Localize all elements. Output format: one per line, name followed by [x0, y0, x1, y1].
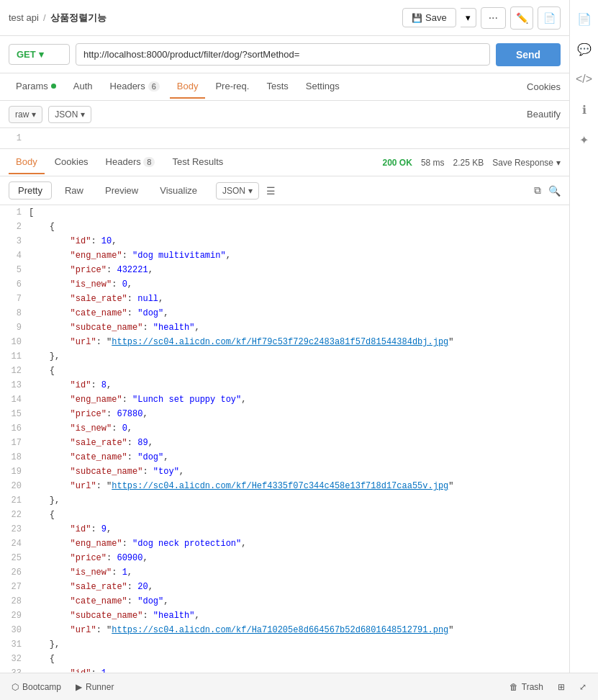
view-tab-pretty[interactable]: Pretty [9, 181, 52, 199]
api-path: test api [9, 12, 39, 23]
send-button[interactable]: Send [496, 43, 561, 66]
tab-tests[interactable]: Tests [259, 75, 295, 99]
resp-tab-body[interactable]: Body [9, 151, 45, 174]
bootcamp-item[interactable]: ⬡ Bootcamp [12, 682, 61, 692]
view-tab-preview[interactable]: Preview [96, 182, 147, 199]
breadcrumb-separator: / [43, 12, 46, 23]
api-name: 상품정렬기능 [50, 12, 107, 24]
body-toolbar: raw ▾ JSON ▾ Beautify [0, 101, 569, 128]
view-tab-visualize[interactable]: Visualize [151, 182, 206, 199]
save-dropdown-button[interactable]: ▾ [461, 8, 476, 27]
runner-label: Runner [86, 682, 114, 692]
json-response-area: 1[2 {3 "id": 10,4 "eng_name": "dog multi… [0, 205, 569, 694]
response-format-chevron-icon: ▾ [248, 186, 253, 196]
filter-icon-button[interactable]: ☰ [266, 185, 276, 197]
json-response-line: 9 "subcate_name": "health", [0, 320, 569, 335]
save-label: Save [425, 12, 447, 23]
more-options-button[interactable]: ··· [481, 7, 506, 29]
save-response-label: Save Response [492, 158, 553, 168]
json-response-line: 11 }, [0, 349, 569, 364]
json-response-line: 30 "url": "https://sc04.alicdn.com/kf/Ha… [0, 623, 569, 637]
top-bar-actions: 💾 Save ▾ ··· ✏️ 📄 [402, 6, 561, 30]
resp-tab-cookies[interactable]: Cookies [47, 151, 96, 174]
json-response-line: 22 { [0, 508, 569, 522]
method-label: GET [17, 49, 36, 60]
type-label: JSON [55, 109, 78, 120]
json-response-line: 21 }, [0, 493, 569, 508]
trash-item[interactable]: 🗑 Trash [509, 682, 543, 692]
json-response-line: 4 "eng_name": "dog multivitamin", [0, 248, 569, 263]
json-response-line: 19 "subcate_name": "toy", [0, 465, 569, 479]
response-size: 2.25 KB [453, 158, 484, 168]
json-response-line: 15 "price": 67880, [0, 407, 569, 421]
status-ok-badge: 200 OK [383, 158, 412, 168]
tab-body[interactable]: Body [170, 75, 206, 99]
resp-tab-test-results[interactable]: Test Results [165, 151, 230, 174]
view-tab-raw[interactable]: Raw [56, 182, 92, 199]
editor-line-content[interactable] [29, 131, 34, 145]
method-select[interactable]: GET ▾ [9, 44, 70, 65]
type-select[interactable]: JSON ▾ [48, 106, 91, 123]
response-format-label: JSON [222, 186, 245, 196]
right-sidebar: 📄 💬 </> ℹ ✦ [569, 0, 598, 700]
response-tabs-bar: Body Cookies Headers 8 Test Results 200 … [0, 149, 569, 176]
chat-icon-button[interactable]: 💬 [571, 36, 597, 62]
description-icon-button[interactable]: 📄 [538, 6, 561, 30]
bootcamp-label: Bootcamp [22, 682, 61, 692]
format-chevron-icon: ▾ [32, 109, 36, 120]
url-input[interactable] [76, 43, 490, 66]
save-button[interactable]: 💾 Save [402, 8, 456, 27]
tab-settings[interactable]: Settings [299, 75, 347, 99]
json-response-line: 2 { [0, 220, 569, 234]
response-format-select[interactable]: JSON ▾ [216, 182, 259, 199]
editor-line-number: 1 [0, 131, 29, 145]
format-select[interactable]: raw ▾ [9, 106, 42, 123]
json-response-line: 5 "price": 432221, [0, 263, 569, 277]
runner-icon: ▶ [76, 682, 82, 692]
json-response-line: 23 "id": 9, [0, 522, 569, 537]
breadcrumb: test api / 상품정렬기능 [9, 12, 397, 24]
info-icon-button[interactable]: ℹ [571, 97, 597, 122]
json-response-line: 7 "sale_rate": null, [0, 292, 569, 306]
magic-icon-button[interactable]: ✦ [571, 127, 597, 153]
runner-item[interactable]: ▶ Runner [76, 682, 114, 692]
json-response-line: 24 "eng_name": "dog neck protection", [0, 537, 569, 551]
resp-tab-headers[interactable]: Headers 8 [99, 151, 163, 174]
beautify-button[interactable]: Beautify [527, 109, 561, 120]
edit-icon-button[interactable]: ✏️ [510, 6, 533, 30]
tab-headers[interactable]: Headers 6 [103, 75, 167, 99]
json-response-line: 3 "id": 10, [0, 234, 569, 248]
cookies-button[interactable]: Cookies [527, 81, 561, 92]
json-response-line: 26 "is_new": 1, [0, 565, 569, 580]
search-icon-button[interactable]: 🔍 [548, 185, 561, 197]
json-response-line: 18 "cate_name": "dog", [0, 450, 569, 465]
code-icon-button[interactable]: </> [571, 66, 597, 92]
json-response-line: 31 }, [0, 637, 569, 652]
file-icon-button[interactable]: 📄 [571, 6, 597, 32]
json-response-line: 28 "cate_name": "dog", [0, 594, 569, 609]
json-response-line: 20 "url": "https://sc04.alicdn.com/kf/He… [0, 479, 569, 493]
response-status-bar: 200 OK 58 ms 2.25 KB Save Response ▾ [383, 158, 561, 168]
json-response-line: 8 "cate_name": "dog", [0, 306, 569, 320]
grid-icon-button[interactable]: ⊞ [558, 682, 565, 692]
expand-icon-button[interactable]: ⤢ [579, 682, 586, 692]
json-response-line: 29 "subcate_name": "health", [0, 609, 569, 623]
tab-params[interactable]: Params [9, 75, 63, 99]
json-response-line: 14 "eng_name": "Lunch set puppy toy", [0, 392, 569, 407]
json-response-line: 1[ [0, 205, 569, 220]
trash-icon: 🗑 [509, 682, 518, 692]
view-tabs: Pretty Raw Preview Visualize JSON ▾ ☰ ⧉ … [0, 176, 569, 205]
request-body-editor[interactable]: 1 [0, 128, 569, 149]
json-response-line: 17 "sale_rate": 89, [0, 436, 569, 450]
save-response-button[interactable]: Save Response ▾ [492, 158, 561, 168]
bootcamp-icon: ⬡ [12, 682, 19, 692]
json-response-line: 13 "id": 8, [0, 378, 569, 392]
trash-label: Trash [522, 682, 543, 692]
tab-auth[interactable]: Auth [66, 75, 100, 99]
json-response-line: 32 { [0, 652, 569, 666]
tab-prereq[interactable]: Pre-req. [208, 75, 256, 99]
copy-icon-button[interactable]: ⧉ [534, 184, 541, 197]
save-response-chevron-icon: ▾ [556, 158, 561, 168]
url-bar: GET ▾ Send [0, 36, 569, 73]
top-bar: test api / 상품정렬기능 💾 Save ▾ ··· ✏️ 📄 [0, 0, 569, 36]
